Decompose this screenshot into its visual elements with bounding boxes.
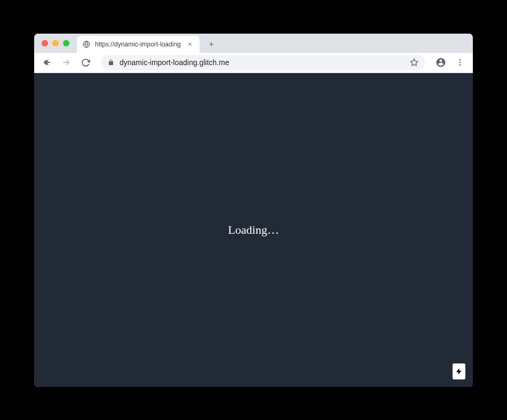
close-tab-icon[interactable] bbox=[186, 40, 194, 49]
glitch-badge[interactable] bbox=[453, 363, 465, 379]
window-controls bbox=[42, 40, 69, 46]
page-content: Loading… bbox=[34, 73, 473, 387]
menu-button[interactable] bbox=[453, 55, 468, 70]
loading-message: Loading… bbox=[228, 223, 279, 237]
svg-point-11 bbox=[460, 62, 461, 64]
bookmark-star-icon[interactable] bbox=[410, 58, 418, 67]
new-tab-button[interactable] bbox=[204, 37, 219, 52]
reload-button[interactable] bbox=[78, 55, 93, 70]
toolbar: dynamic-import-loading.glitch.me bbox=[34, 53, 473, 73]
minimize-window-button[interactable] bbox=[52, 40, 59, 46]
browser-tab[interactable]: https://dynamic-import-loading bbox=[77, 36, 200, 53]
svg-point-10 bbox=[460, 59, 461, 61]
close-window-button[interactable] bbox=[42, 40, 48, 46]
lightning-icon bbox=[455, 366, 463, 377]
svg-point-12 bbox=[460, 64, 461, 66]
svg-marker-9 bbox=[410, 59, 417, 66]
address-bar[interactable]: dynamic-import-loading.glitch.me bbox=[101, 55, 425, 70]
back-button[interactable] bbox=[39, 55, 54, 70]
tab-bar: https://dynamic-import-loading bbox=[34, 34, 473, 53]
browser-window: https://dynamic-import-loading bbox=[34, 34, 473, 387]
lock-icon bbox=[108, 59, 114, 66]
globe-icon bbox=[82, 40, 91, 49]
tab-title: https://dynamic-import-loading bbox=[95, 41, 181, 48]
profile-button[interactable] bbox=[433, 55, 448, 70]
url-text: dynamic-import-loading.glitch.me bbox=[120, 58, 405, 67]
forward-button[interactable] bbox=[59, 55, 74, 70]
maximize-window-button[interactable] bbox=[63, 40, 69, 46]
